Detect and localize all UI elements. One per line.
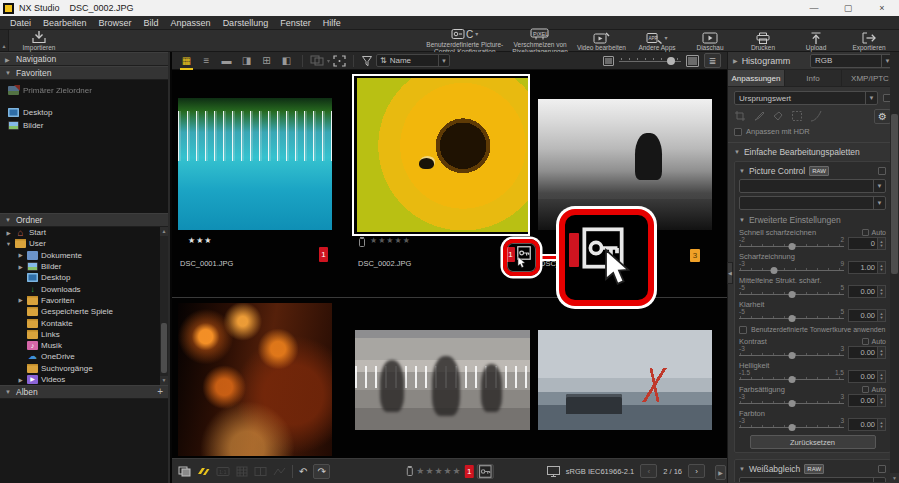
image-map-view-icon[interactable]: ◧ (278, 54, 295, 68)
folder-item-bilder[interactable]: ▶Bilder (0, 261, 168, 272)
favorite-item-desktop[interactable]: Desktop (0, 106, 168, 119)
single-image-view-icon[interactable]: ▬ (218, 54, 235, 68)
tab-info[interactable]: Info (785, 70, 842, 86)
folders-header[interactable]: ▼ Ordner (0, 213, 168, 227)
label-filter-icon[interactable] (197, 466, 210, 477)
value-field[interactable]: 0.00 (848, 418, 878, 431)
list-view-icon[interactable]: ≡ (198, 54, 215, 68)
thumbnail-overlay-toggle-icon[interactable] (178, 466, 191, 477)
add-album-button[interactable]: + (157, 387, 163, 397)
slider-track[interactable] (739, 267, 844, 274)
thumbnail-image-dsc0002[interactable] (357, 78, 528, 232)
menu-item-anpassen[interactable]: Anpassen (166, 16, 216, 30)
label-badge[interactable]: 1 (465, 465, 474, 478)
rating-candidate-icon[interactable] (358, 236, 366, 248)
undo-icon[interactable]: ↶ (299, 466, 307, 477)
value-field[interactable]: 0 (848, 237, 878, 250)
chevron-down-icon[interactable]: ▾ (327, 58, 330, 64)
tab-anpassungen[interactable]: Anpassungen (728, 70, 785, 86)
slider-track[interactable] (739, 376, 844, 383)
retouch-brush-icon[interactable] (753, 110, 765, 122)
protect-key-button[interactable] (477, 464, 494, 479)
value-field[interactable]: 0.00 (848, 285, 878, 298)
image-filmstrip-view-icon[interactable]: ◨ (238, 54, 255, 68)
hdr-checkbox[interactable] (734, 128, 742, 136)
menu-item-darstellung[interactable]: Darstellung (218, 16, 274, 30)
slider-thumb[interactable] (788, 400, 795, 407)
slider-thumb[interactable] (788, 315, 795, 322)
spinner[interactable]: ▲▼ (878, 370, 886, 383)
value-field[interactable]: 0.00 (848, 346, 878, 359)
star-icon[interactable]: ★ (370, 236, 378, 245)
straighten-tool-icon[interactable] (791, 110, 803, 122)
menu-item-bearbeiten[interactable]: Bearbeiten (38, 16, 92, 30)
chevron-right-icon[interactable]: ▶ (17, 297, 24, 303)
large-thumbnails-icon[interactable] (686, 55, 699, 67)
slideshow-button[interactable]: Diaschau (684, 30, 736, 51)
star-icon[interactable]: ★ (416, 466, 425, 476)
picture-control-dropdown[interactable]: ▼ (739, 179, 886, 193)
right-panel-collapse-button[interactable]: ▶ (715, 465, 726, 480)
star-icon[interactable]: ★ (188, 236, 196, 245)
rating-stars[interactable]: ★★★ (188, 236, 213, 245)
slider-thumb[interactable] (788, 352, 795, 359)
value-field[interactable]: 0.00 (848, 309, 878, 322)
fullscreen-icon[interactable] (333, 55, 346, 67)
white-balance-header[interactable]: ▼ Weißabgleich RAW (739, 463, 886, 475)
grid-overlay-icon[interactable] (236, 466, 248, 477)
advanced-settings-header[interactable]: ▼ Erweiterte Einstellungen (739, 214, 886, 226)
folder-item-gespeicherte-spiele[interactable]: Gespeicherte Spiele (0, 306, 168, 317)
reset-button[interactable]: Zurücksetzen (750, 435, 876, 449)
white-balance-dropdown[interactable]: ▼ (739, 477, 886, 482)
spinner[interactable]: ▲▼ (878, 237, 886, 250)
folder-item-downloads[interactable]: ↓Downloads (0, 283, 168, 294)
filter-funnel-icon[interactable] (361, 55, 373, 67)
slider-track[interactable] (739, 291, 844, 298)
folder-item-desktop[interactable]: Desktop (0, 272, 168, 283)
menu-item-hilfe[interactable]: Hilfe (318, 16, 346, 30)
slider-track[interactable] (739, 400, 844, 407)
auto-checkbox[interactable]: Auto (862, 229, 886, 236)
slider-track[interactable] (739, 315, 844, 322)
scroll-down-icon[interactable]: ▼ (160, 376, 168, 385)
star-icon[interactable]: ★ (425, 466, 434, 476)
star-icon[interactable]: ★ (453, 466, 462, 476)
color-control-point-icon[interactable] (772, 110, 784, 122)
rating-stars[interactable]: ★★★★★ (416, 466, 461, 476)
histogram-channel-dropdown[interactable]: RGB ▼ (810, 54, 894, 68)
picture-control-header[interactable]: ▼ Picture Control RAW (739, 165, 886, 177)
folder-item-videos[interactable]: ▶▶Videos (0, 374, 168, 385)
multi-view-icon[interactable]: ⊞ (258, 54, 275, 68)
previous-image-button[interactable]: ‹ (640, 464, 657, 478)
histogram-overlay-icon[interactable] (273, 466, 286, 477)
scrollbar-thumb[interactable] (891, 114, 898, 274)
spinner[interactable]: ▲▼ (878, 285, 886, 298)
chevron-right-icon[interactable]: ▶ (17, 264, 24, 270)
import-button[interactable]: Importieren (9, 30, 69, 51)
preset-dropdown[interactable]: Ursprungswert ▼ (734, 91, 878, 105)
value-field[interactable]: 0.00 (848, 370, 878, 383)
folder-item-user[interactable]: ▼User (0, 238, 168, 249)
compare-images-icon[interactable] (310, 55, 324, 66)
simple-palettes-header[interactable]: ▼ Einfache Bearbeitungspaletten (734, 146, 891, 158)
star-icon[interactable]: ★ (395, 236, 403, 245)
other-apps-button[interactable]: APP▾Andere Apps (631, 30, 683, 51)
one-to-one-view-icon[interactable]: 1:1 (216, 466, 230, 477)
folder-item-kontakte[interactable]: Kontakte (0, 317, 168, 328)
chevron-right-icon[interactable]: ▶ (17, 252, 24, 258)
slider-thumb[interactable] (770, 267, 777, 274)
curve-tool-icon[interactable] (810, 110, 822, 122)
favorites-header[interactable]: ▼ Favoriten (0, 66, 168, 80)
folder-item-suchvorg-nge[interactable]: Suchvorgänge (0, 363, 168, 374)
picture-control-checkbox[interactable] (878, 167, 886, 175)
slider-thumb[interactable] (788, 424, 795, 431)
thumbnail-image-harbor[interactable] (538, 330, 712, 430)
navigation-header[interactable]: ▶ Navigation (0, 52, 168, 66)
chevron-right-icon[interactable]: ▶ (5, 230, 12, 236)
thumbnail-image-dsc0001[interactable] (178, 98, 332, 230)
gear-icon[interactable]: ⚙ (874, 109, 891, 124)
print-button[interactable]: Drucken (737, 30, 789, 51)
folder-item-musik[interactable]: ♪Musik (0, 340, 168, 351)
folder-item-start[interactable]: ▶⌂Start (0, 227, 168, 238)
chevron-down-icon[interactable]: ▼ (5, 241, 12, 247)
